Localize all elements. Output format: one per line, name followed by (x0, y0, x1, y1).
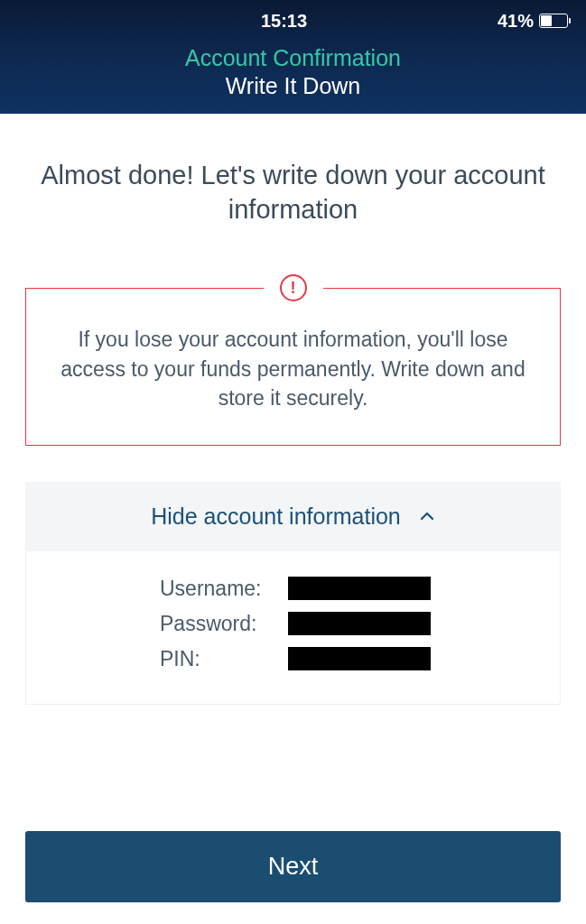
toggle-account-info-button[interactable]: Hide account information (25, 482, 561, 551)
warning-icon-wrapper: ! (264, 274, 323, 301)
chevron-up-icon (419, 508, 435, 524)
page-heading: Almost done! Let's write down your accou… (25, 159, 561, 226)
username-value (288, 577, 431, 600)
username-label: Username: (26, 577, 288, 601)
password-row: Password: (26, 606, 560, 642)
header-title: Write It Down (0, 73, 586, 99)
battery-percent: 41% (498, 11, 534, 32)
warning-icon: ! (280, 274, 307, 301)
password-value (288, 612, 431, 635)
header-subtitle: Account Confirmation (0, 45, 586, 71)
status-bar: 15:13 41% (0, 7, 586, 34)
pin-label: PIN: (26, 647, 288, 671)
warning-box: ! If you lose your account information, … (25, 288, 561, 446)
status-right: 41% (478, 11, 568, 32)
battery-icon (539, 14, 568, 28)
header-titles: Account Confirmation Write It Down (0, 34, 586, 99)
warning-text: If you lose your account information, yo… (51, 325, 535, 412)
account-info-body: Username: Password: PIN: (25, 551, 561, 705)
account-info-panel: Hide account information Username: Passw… (25, 482, 561, 705)
content-area: Almost done! Let's write down your accou… (0, 159, 586, 705)
username-row: Username: (26, 571, 560, 606)
app-header: 15:13 41% Account Confirmation Write It … (0, 0, 586, 114)
toggle-label: Hide account information (151, 504, 401, 530)
pin-value (288, 647, 431, 670)
pin-row: PIN: (26, 642, 560, 677)
password-label: Password: (26, 612, 288, 636)
status-time: 15:13 (90, 11, 478, 32)
next-button[interactable]: Next (25, 831, 561, 902)
